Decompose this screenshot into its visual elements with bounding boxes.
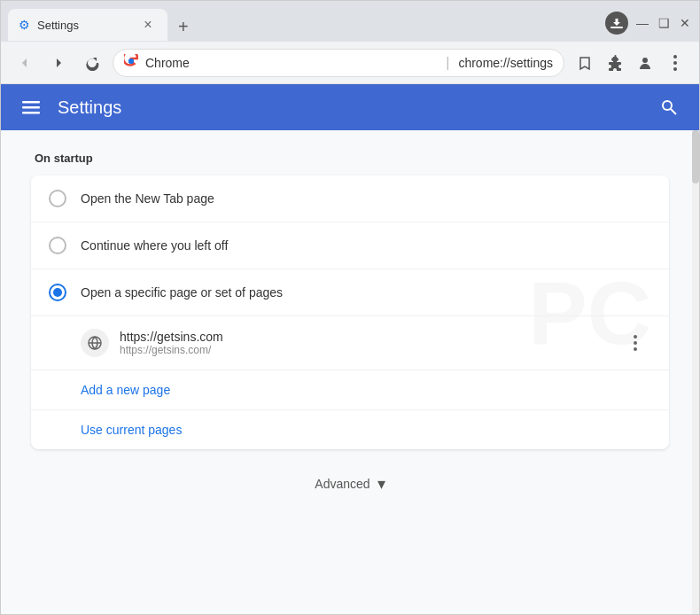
settings-page-title: Settings — [58, 97, 653, 118]
url-info: https://getsins.com https://getsins.com/ — [120, 330, 619, 356]
address-separator: | — [446, 55, 449, 71]
settings-tab-icon: ⚙ — [19, 18, 30, 32]
radio-label-specific: Open a specific page or set of pages — [81, 285, 283, 300]
svg-point-2 — [128, 58, 134, 64]
svg-point-6 — [673, 67, 677, 71]
radio-circle-continue[interactable] — [49, 237, 66, 254]
svg-rect-8 — [22, 106, 40, 109]
extensions-button[interactable] — [602, 50, 628, 76]
settings-search-button[interactable] — [653, 91, 685, 123]
advanced-label: Advanced — [315, 477, 369, 491]
url-globe-icon — [81, 329, 109, 357]
maximize-button[interactable]: ❑ — [657, 16, 671, 30]
tab-strip: ⚙ Settings × + — [8, 9, 605, 41]
add-new-page-action[interactable]: Add a new page — [31, 370, 669, 410]
new-tab-button[interactable]: + — [171, 13, 196, 41]
url-name: https://getsins.com — [120, 330, 619, 344]
svg-rect-9 — [22, 112, 40, 114]
svg-point-5 — [673, 61, 677, 65]
back-button[interactable] — [12, 50, 38, 76]
tab-title: Settings — [37, 19, 132, 32]
toolbar-actions — [572, 50, 688, 76]
use-current-pages-action[interactable]: Use current pages — [31, 410, 669, 449]
scrollbar[interactable] — [692, 130, 699, 614]
bookmark-button[interactable] — [572, 50, 598, 76]
minimize-button[interactable]: — — [635, 16, 649, 30]
url-address: https://getsins.com/ — [120, 344, 619, 356]
svg-point-3 — [642, 58, 648, 63]
browser-window: ⚙ Settings × + — ❑ ✕ — [0, 0, 700, 615]
svg-point-4 — [673, 55, 677, 58]
svg-point-15 — [634, 347, 637, 351]
forward-button[interactable] — [45, 50, 72, 76]
content-wrapper: On startup PC Open the New Tab page Cont… — [1, 130, 699, 614]
address-path: chrome://settings — [458, 56, 553, 70]
url-more-button[interactable] — [619, 327, 651, 359]
browser-name-text: Chrome — [145, 56, 437, 70]
svg-point-10 — [663, 101, 672, 110]
window-controls: — ❑ ✕ — [605, 12, 692, 38]
scrollbar-thumb[interactable] — [692, 130, 699, 183]
section-title: On startup — [31, 152, 669, 165]
tab-close-button[interactable]: × — [139, 16, 157, 34]
refresh-button[interactable] — [79, 50, 105, 76]
close-button[interactable]: ✕ — [678, 16, 692, 30]
startup-section: On startup PC Open the New Tab page Cont… — [31, 152, 669, 494]
advanced-section[interactable]: Advanced ▾ — [31, 474, 669, 494]
svg-rect-7 — [22, 101, 40, 104]
active-tab[interactable]: ⚙ Settings × — [8, 9, 167, 41]
use-current-pages-link[interactable]: Use current pages — [81, 423, 182, 437]
startup-card: PC Open the New Tab page Continue where … — [31, 175, 669, 449]
radio-circle-specific[interactable] — [49, 284, 66, 301]
svg-rect-0 — [611, 27, 623, 28]
svg-point-13 — [634, 335, 637, 339]
svg-point-14 — [634, 341, 637, 345]
settings-header: Settings — [1, 84, 699, 130]
radio-option-continue[interactable]: Continue where you left off — [31, 222, 669, 269]
title-bar: ⚙ Settings × + — ❑ ✕ — [1, 1, 699, 42]
address-bar[interactable]: Chrome | chrome://settings — [113, 49, 564, 77]
toolbar: Chrome | chrome://settings — [1, 42, 699, 84]
hamburger-button[interactable] — [15, 91, 47, 123]
advanced-arrow-icon: ▾ — [377, 474, 385, 494]
chrome-logo-icon — [124, 54, 138, 71]
profile-button[interactable] — [632, 50, 658, 76]
download-indicator[interactable] — [605, 12, 628, 35]
add-new-page-link[interactable]: Add a new page — [81, 383, 170, 397]
radio-label-new-tab: Open the New Tab page — [81, 191, 214, 206]
menu-button[interactable] — [662, 50, 688, 76]
radio-label-continue: Continue where you left off — [81, 238, 228, 253]
svg-line-11 — [671, 109, 676, 114]
radio-option-specific[interactable]: Open a specific page or set of pages — [31, 269, 669, 316]
radio-option-new-tab[interactable]: Open the New Tab page — [31, 175, 669, 222]
settings-content: On startup PC Open the New Tab page Cont… — [1, 130, 699, 614]
radio-circle-new-tab[interactable] — [49, 190, 66, 207]
startup-url-item: https://getsins.com https://getsins.com/ — [31, 316, 669, 370]
